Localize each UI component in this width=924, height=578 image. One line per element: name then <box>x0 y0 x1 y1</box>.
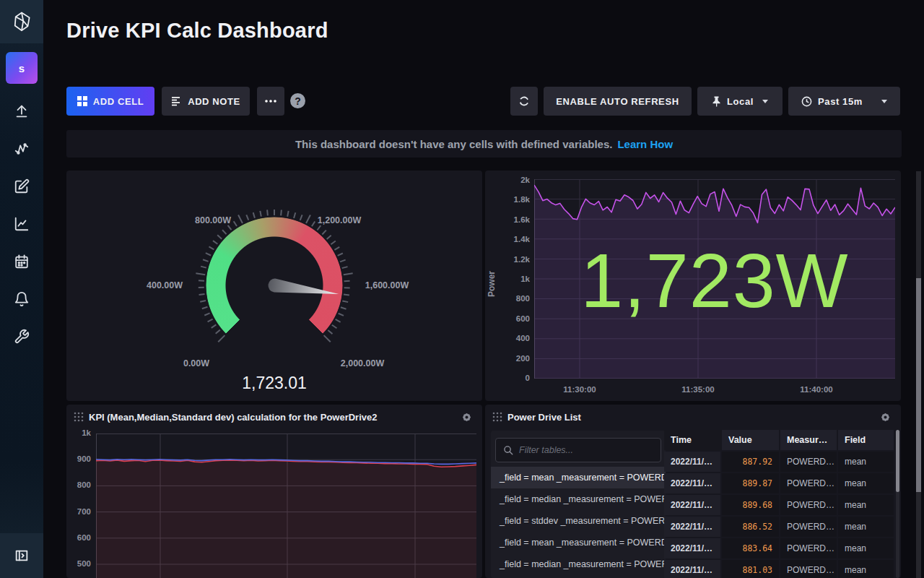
table-cell: POWERD… <box>780 452 837 472</box>
refresh-icon <box>518 95 530 107</box>
table-cell: 886.52 <box>722 517 779 537</box>
table-row: 2022/11/…889.68POWERD…mean <box>664 495 894 515</box>
axis-tick-label: 1.6k <box>500 215 530 224</box>
search-icon <box>503 445 513 455</box>
gauge-panel: 0.00W400.00W800.00W1,200.00W1,600.00W2,0… <box>66 171 482 401</box>
time-range-dropdown[interactable]: Past 15m <box>788 87 900 116</box>
table-header-row: TimeValueMeasur…Field <box>664 430 894 450</box>
table-cell: 889.87 <box>722 473 779 493</box>
table-row: 2022/11/…881.03POWERD…mean <box>664 560 894 578</box>
y-axis-title: Power <box>487 241 497 327</box>
add-note-button[interactable]: ADD NOTE <box>162 87 250 116</box>
gauge-axis-label: 0.00W <box>183 358 209 368</box>
gauge-axis-label: 2,000.00W <box>341 358 384 368</box>
kpi-line-chart[interactable] <box>96 434 476 578</box>
tasks-calendar-icon[interactable] <box>14 254 30 269</box>
table-body: 2022/11/…887.92POWERD…mean2022/11/…889.8… <box>664 452 894 578</box>
table-cell: POWERD… <box>780 538 837 558</box>
pin-icon <box>712 96 721 107</box>
learn-how-link[interactable]: Learn How <box>617 138 673 150</box>
table-cell: mean <box>838 473 894 493</box>
table-cell: mean <box>838 517 894 537</box>
enable-auto-refresh-label: ENABLE AUTO REFRESH <box>556 96 679 107</box>
axis-tick-label: 500 <box>66 559 91 568</box>
kpi-panel-title: KPI (Mean,Median,Standard dev) calculati… <box>89 412 377 423</box>
table-cell: 2022/11/… <box>664 473 720 493</box>
table-list-item[interactable]: _field = median _measurement = POWER <box>491 488 666 510</box>
refresh-button[interactable] <box>510 87 538 116</box>
page-scrollbar <box>916 171 921 578</box>
gear-icon[interactable] <box>880 412 891 423</box>
expand-sidebar-icon[interactable] <box>14 548 30 564</box>
dashboards-icon[interactable] <box>14 216 30 232</box>
table-list-item[interactable]: _field = mean _measurement = POWERD <box>491 532 666 553</box>
gear-icon[interactable] <box>461 412 472 423</box>
table-cell: 2022/11/… <box>664 538 720 558</box>
axis-tick-label: 1.4k <box>500 235 530 243</box>
add-cell-button[interactable]: ADD CELL <box>66 87 154 116</box>
table-cell: mean <box>838 560 894 578</box>
table-row: 2022/11/…883.64POWERD…mean <box>664 538 894 558</box>
table-cell: mean <box>838 538 894 558</box>
axis-tick-label: 1k <box>66 428 91 437</box>
column-header[interactable]: Time <box>664 430 720 450</box>
axis-tick-label: 800 <box>66 480 91 489</box>
influxdb-logo-icon <box>11 11 32 33</box>
filter-tables-input[interactable]: Filter tables... <box>495 438 661 462</box>
more-options-button[interactable] <box>257 87 284 116</box>
help-button[interactable]: ? <box>290 93 305 108</box>
table-cell: 2022/11/… <box>664 560 720 578</box>
page-title: Drive KPI Calc Dashboard <box>66 19 328 43</box>
sidebar-expand-area <box>0 533 43 578</box>
variables-banner: This dashboard doesn't have any cells wi… <box>66 130 902 158</box>
influxdb-logo[interactable] <box>0 0 43 43</box>
drag-handle-icon[interactable] <box>492 412 502 422</box>
axis-tick-label: 11:30:00 <box>563 385 596 394</box>
axis-tick-label: 600 <box>500 314 530 323</box>
notebooks-icon[interactable] <box>14 178 30 194</box>
load-data-upload-icon[interactable] <box>14 103 30 119</box>
table-scrollbar-thumb[interactable] <box>896 430 899 492</box>
raw-data-table: TimeValueMeasur…Field 2022/11/…887.92POW… <box>664 430 894 578</box>
table-panel-title: Power Drive List <box>507 412 581 423</box>
column-header[interactable]: Value <box>722 430 779 450</box>
table-scrollbar <box>896 430 899 578</box>
settings-wrench-icon[interactable] <box>14 329 30 345</box>
table-row: 2022/11/…889.87POWERD…mean <box>664 473 894 493</box>
axis-tick-label: 11:40:00 <box>800 385 832 394</box>
table-cell: 2022/11/… <box>664 495 720 515</box>
table-cell: POWERD… <box>780 560 837 578</box>
axis-tick-label: 2k <box>500 176 530 184</box>
ellipsis-icon <box>265 100 276 103</box>
enable-auto-refresh-button[interactable]: ENABLE AUTO REFRESH <box>544 87 692 116</box>
axis-tick-label: 900 <box>66 454 91 463</box>
data-explorer-icon[interactable] <box>14 141 30 157</box>
drag-handle-icon[interactable] <box>74 412 84 422</box>
time-range-label: Past 15m <box>818 96 863 107</box>
table-cell: 2022/11/… <box>664 517 720 537</box>
table-cell: POWERD… <box>780 473 837 493</box>
table-panel-header: Power Drive List <box>485 405 901 429</box>
gauge-value: 1,723.01 <box>242 374 307 393</box>
table-list-item[interactable]: _field = mean _measurement = POWERD <box>491 467 666 488</box>
table-list: _field = mean _measurement = POWERD_fiel… <box>491 467 666 575</box>
user-avatar[interactable]: s <box>6 52 38 84</box>
table-list-item[interactable]: _field = median _measurement = POWER <box>491 553 666 575</box>
axis-tick-label: 400 <box>500 334 530 342</box>
axis-tick-label: 1k <box>500 275 530 283</box>
kpi-panel: KPI (Mean,Median,Standard dev) calculati… <box>66 405 482 578</box>
column-header[interactable]: Field <box>838 430 894 450</box>
page-scrollbar-thumb[interactable] <box>916 278 921 492</box>
table-cell: 881.03 <box>722 560 779 578</box>
column-header[interactable]: Measur… <box>780 430 837 450</box>
alerts-bell-icon[interactable] <box>14 291 30 307</box>
timezone-dropdown[interactable]: Local <box>697 87 783 116</box>
single-stat-value: 1,723W <box>580 237 848 324</box>
table-cell: 887.92 <box>722 452 779 472</box>
power-stat-graph-panel: Power 1,723W 2k1.8k1.6k1.4k1.2k1k8006004… <box>485 171 901 401</box>
table-cell: POWERD… <box>780 495 837 515</box>
gauge-axis-label: 400.00W <box>147 280 183 290</box>
table-list-item[interactable]: _field = stddev _measurement = POWERI <box>491 510 666 532</box>
help-label: ? <box>295 95 301 107</box>
table-cell: mean <box>838 495 894 515</box>
